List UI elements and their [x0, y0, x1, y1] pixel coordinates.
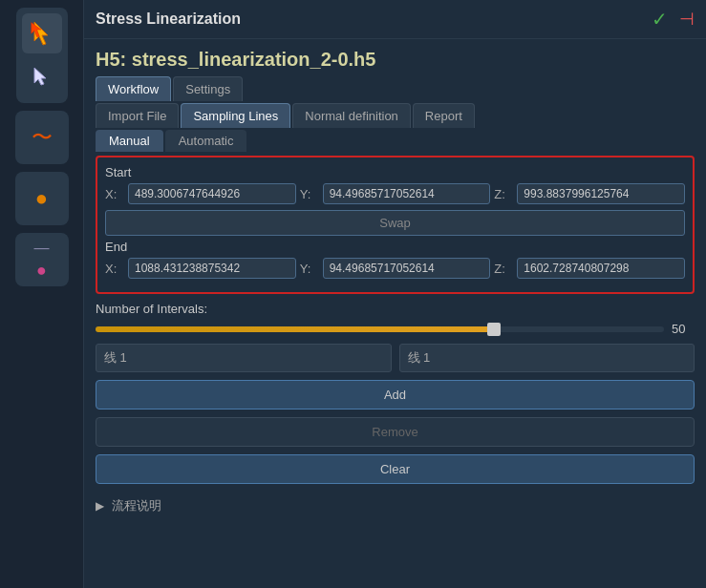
workflow-label: 流程说明: [112, 497, 161, 514]
end-y-input[interactable]: 94.49685717052614: [323, 258, 491, 279]
add-button[interactable]: Add: [96, 380, 695, 410]
line-item-right[interactable]: 线 1: [399, 344, 695, 372]
tab-sampling-lines[interactable]: Sampling Lines: [181, 103, 290, 128]
start-z-label: Z:: [494, 187, 513, 201]
end-x-input[interactable]: 1088.431238875342: [128, 258, 296, 279]
sub-tab-row: Manual Automatic: [84, 130, 706, 152]
end-label: End: [105, 240, 685, 254]
tab-import-file[interactable]: Import File: [96, 103, 179, 128]
tab-settings[interactable]: Settings: [173, 76, 243, 101]
sub-tab-automatic: Automatic: [165, 130, 247, 152]
line-icon: —: [34, 240, 50, 257]
dot-icon: ●: [35, 186, 48, 211]
end-coord-row: X: 1088.431238875342 Y: 94.4968571705261…: [105, 258, 685, 279]
header: Stress Linearization ✓ ⊣: [84, 0, 706, 39]
workflow-arrow-icon: ▶: [96, 499, 104, 513]
content: Start X: 489.3006747644926 Y: 94.4968571…: [84, 156, 706, 588]
slider-row: 50: [96, 322, 695, 336]
start-z-input[interactable]: 993.8837996125764: [517, 183, 685, 204]
line-item-left[interactable]: 线 1: [96, 344, 392, 372]
intervals-label: Number of Intervals:: [96, 302, 695, 316]
file-title: H5: stress_linearization_2-0.h5: [84, 39, 706, 76]
app-title: Stress Linearization: [96, 10, 241, 28]
intervals-section: Number of Intervals: 50: [96, 302, 695, 336]
start-x-input[interactable]: 489.3006747644926: [128, 183, 296, 204]
intervals-value: 50: [672, 322, 695, 336]
sidebar-icon-wave[interactable]: 〜: [15, 111, 69, 164]
end-y-label: Y:: [300, 262, 319, 276]
coord-section: Start X: 489.3006747644926 Y: 94.4968571…: [96, 156, 695, 294]
intervals-slider[interactable]: [96, 326, 664, 332]
header-icons: ✓ ⊣: [652, 8, 695, 31]
slider-thumb[interactable]: [487, 323, 501, 336]
start-y-input[interactable]: 94.49685717052614: [323, 183, 491, 204]
clear-button[interactable]: Clear: [96, 454, 695, 484]
start-label: Start: [105, 165, 685, 179]
end-z-input[interactable]: 1602.728740807298: [517, 258, 685, 279]
sidebar-icon-line-dot[interactable]: — ●: [15, 233, 69, 286]
sidebar: 〜 ● — ●: [0, 0, 84, 588]
sub-tab-manual[interactable]: Manual: [96, 130, 163, 152]
tab-report[interactable]: Report: [413, 103, 475, 128]
start-y-label: Y:: [300, 187, 319, 201]
sidebar-icon-arrow[interactable]: [22, 57, 62, 97]
sidebar-icon-dot[interactable]: ●: [15, 172, 69, 225]
tab-row-2: Import File Sampling Lines Normal defini…: [84, 103, 706, 128]
end-z-label: Z:: [494, 262, 513, 276]
start-x-label: X:: [105, 187, 124, 201]
tab-row-1: Workflow Settings: [84, 76, 706, 101]
main-panel: Stress Linearization ✓ ⊣ H5: stress_line…: [84, 0, 706, 588]
tab-normal-definition[interactable]: Normal definition: [292, 103, 411, 128]
workflow-section[interactable]: ▶ 流程说明: [96, 492, 695, 520]
exit-icon[interactable]: ⊣: [679, 9, 695, 30]
check-icon[interactable]: ✓: [652, 8, 668, 31]
swap-button[interactable]: Swap: [105, 210, 685, 236]
slider-fill: [96, 326, 494, 332]
lines-row: 线 1 线 1: [96, 344, 695, 372]
remove-button: Remove: [96, 417, 695, 447]
sidebar-top-group: [16, 8, 68, 103]
sidebar-icon-cursor[interactable]: [22, 13, 62, 53]
end-x-label: X:: [105, 262, 124, 276]
tab-workflow[interactable]: Workflow: [96, 76, 171, 101]
start-coord-row: X: 489.3006747644926 Y: 94.4968571705261…: [105, 183, 685, 204]
pink-dot-icon: ●: [36, 261, 47, 281]
wave-icon: 〜: [32, 123, 53, 152]
svg-marker-2: [34, 68, 46, 85]
